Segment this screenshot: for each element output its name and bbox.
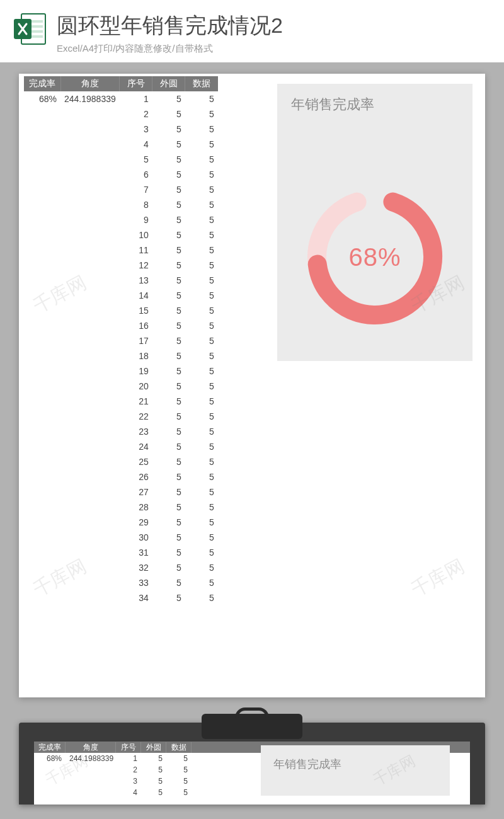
header-text-block: 圆环型年销售完成情况2 Excel/A4打印/内容随意修改/自带格式: [57, 11, 491, 55]
clipboard-clip-icon: [202, 714, 302, 739]
col-header: 外圆: [152, 76, 185, 91]
table-row: 555: [24, 152, 218, 167]
table-row: 855: [24, 197, 218, 212]
table-row: 355: [24, 122, 218, 137]
table-row: 2455: [24, 439, 218, 454]
table-row: 3455: [24, 590, 218, 605]
table-row: 1655: [24, 318, 218, 333]
thumbnail-inner: 完成率 角度 序号 外圆 数据 68%244.19883391552553554…: [34, 742, 470, 805]
col-header: 角度: [60, 76, 120, 91]
page-title: 圆环型年销售完成情况2: [57, 11, 491, 40]
table-row: 1055: [24, 227, 218, 243]
col-header: 角度: [66, 742, 116, 753]
table-row: 1255: [24, 258, 218, 273]
table-row: 255: [24, 106, 218, 122]
table-row: 755: [24, 182, 218, 197]
thumbnail-chart-title: 年销售完成率: [273, 757, 341, 772]
chart-title: 年销售完成率: [277, 84, 472, 114]
table-row: 455: [24, 137, 218, 152]
table-row: 1755: [24, 333, 218, 348]
col-header: 序号: [116, 742, 141, 753]
table-row: 3355: [24, 575, 218, 590]
table-row: 1455: [24, 288, 218, 303]
excel-file-icon: [13, 11, 48, 47]
page-subtitle: Excel/A4打印/内容随意修改/自带格式: [57, 43, 491, 55]
col-header: 数据: [185, 76, 218, 91]
table-row: 68%244.1988339155: [24, 91, 218, 106]
col-header: 序号: [120, 76, 152, 91]
table-row: 3255: [24, 560, 218, 575]
table-row: 2055: [24, 379, 218, 394]
table-row: 2655: [24, 469, 218, 484]
table-row: 3155: [24, 545, 218, 560]
table-header-row: 完成率 角度 序号 外圆 数据: [24, 76, 218, 91]
clipboard-thumbnail: 完成率 角度 序号 外圆 数据 68%244.19883391552553554…: [19, 723, 485, 805]
col-header: 数据: [166, 742, 192, 753]
table-row: 2555: [24, 454, 218, 469]
table-row: 1955: [24, 364, 218, 379]
table-row: 1555: [24, 303, 218, 318]
table-row: 1355: [24, 273, 218, 288]
table-row: 2155: [24, 394, 218, 409]
table-row: 3055: [24, 530, 218, 545]
data-table: 完成率 角度 序号 外圆 数据 68%244.19883391552553554…: [24, 76, 218, 605]
col-header: 完成率: [34, 742, 66, 753]
table-body: 68%244.198833915525535545555565575585595…: [24, 91, 218, 605]
donut-center-label: 68%: [348, 243, 401, 272]
donut-chart-card: 年销售完成率 68%: [277, 84, 472, 361]
table-row: 2955: [24, 515, 218, 530]
table-row: 2755: [24, 484, 218, 500]
table-row: 2355: [24, 424, 218, 439]
table-row: 655: [24, 167, 218, 182]
table-row: 1155: [24, 243, 218, 258]
header-bar: 圆环型年销售完成情况2 Excel/A4打印/内容随意修改/自带格式: [0, 0, 504, 62]
col-header: 完成率: [24, 76, 60, 91]
table-row: 2255: [24, 409, 218, 424]
col-header: 外圆: [141, 742, 166, 753]
document-preview: 完成率 角度 序号 外圆 数据 68%244.19883391552553554…: [19, 74, 485, 697]
data-table-wrap: 完成率 角度 序号 外圆 数据 68%244.19883391552553554…: [24, 76, 218, 605]
donut-chart: 68%: [299, 181, 450, 333]
table-row: 1855: [24, 348, 218, 364]
watermark: 千库网: [407, 553, 469, 602]
table-row: 955: [24, 212, 218, 227]
table-row: 2855: [24, 500, 218, 515]
